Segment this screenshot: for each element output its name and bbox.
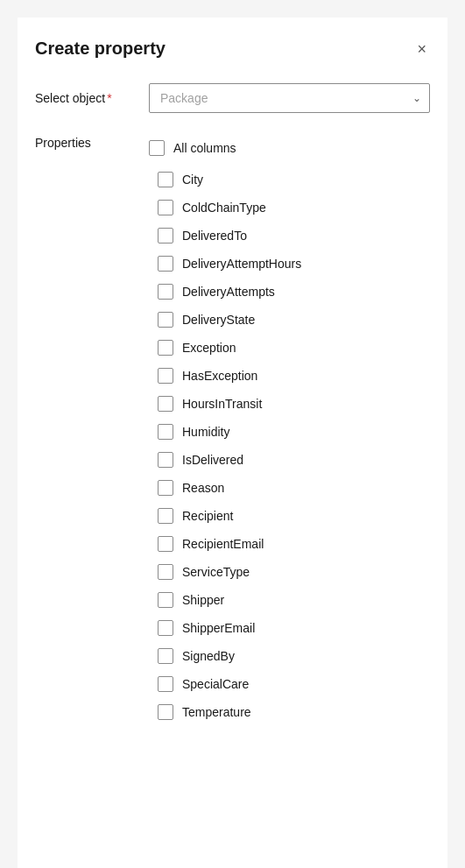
checkbox-row-reason[interactable]: Reason <box>158 474 430 502</box>
checkbox-label-delivery-attempt-hours: DeliveryAttemptHours <box>182 257 301 271</box>
checkbox-has-exception[interactable] <box>158 368 173 384</box>
checkbox-exception[interactable] <box>158 340 173 356</box>
checkbox-row-recipient[interactable]: Recipient <box>158 502 430 530</box>
checkbox-row-delivery-attempt-hours[interactable]: DeliveryAttemptHours <box>158 250 430 278</box>
checkbox-humidity[interactable] <box>158 424 173 440</box>
checkbox-label-shipper: Shipper <box>182 593 224 607</box>
properties-label: Properties <box>35 134 149 150</box>
checkbox-row-is-delivered[interactable]: IsDelivered <box>158 446 430 474</box>
checkbox-row-special-care[interactable]: SpecialCare <box>158 670 430 698</box>
checkbox-recipient[interactable] <box>158 508 173 524</box>
checkbox-reason[interactable] <box>158 480 173 496</box>
checkbox-label-city: City <box>182 173 203 187</box>
all-columns-checkbox[interactable] <box>149 140 165 156</box>
checkbox-special-care[interactable] <box>158 676 173 692</box>
checkbox-row-hours-in-transit[interactable]: HoursInTransit <box>158 390 430 418</box>
checkbox-label-delivered-to: DeliveredTo <box>182 229 247 243</box>
checkbox-delivery-attempt-hours[interactable] <box>158 256 173 272</box>
checkbox-row-temperature[interactable]: Temperature <box>158 698 430 726</box>
checkbox-label-hours-in-transit: HoursInTransit <box>182 397 262 411</box>
close-button[interactable]: × <box>413 39 430 59</box>
checkbox-shipper-email[interactable] <box>158 620 173 636</box>
checkbox-row-service-type[interactable]: ServiceType <box>158 558 430 586</box>
checkbox-row-shipper[interactable]: Shipper <box>158 586 430 614</box>
properties-section: Properties All columns CityColdChainType… <box>35 134 430 726</box>
checkbox-hours-in-transit[interactable] <box>158 396 173 412</box>
checkbox-label-cold-chain-type: ColdChainType <box>182 201 266 215</box>
checkbox-shipper[interactable] <box>158 592 173 608</box>
checkbox-service-type[interactable] <box>158 564 173 580</box>
all-columns-row[interactable]: All columns <box>149 134 430 162</box>
checkbox-label-has-exception: HasException <box>182 369 257 383</box>
checkbox-items-list: CityColdChainTypeDeliveredToDeliveryAtte… <box>149 166 430 726</box>
checkbox-label-is-delivered: IsDelivered <box>182 453 243 467</box>
checkbox-recipient-email[interactable] <box>158 536 173 552</box>
select-object-wrapper: Package ⌄ <box>149 83 430 113</box>
checkbox-row-delivered-to[interactable]: DeliveredTo <box>158 222 430 250</box>
checkbox-signed-by[interactable] <box>158 648 173 664</box>
required-indicator: * <box>107 91 111 105</box>
checkbox-label-recipient: Recipient <box>182 509 233 523</box>
checkbox-row-humidity[interactable]: Humidity <box>158 418 430 446</box>
checkbox-row-delivery-state[interactable]: DeliveryState <box>158 306 430 334</box>
checkbox-row-recipient-email[interactable]: RecipientEmail <box>158 530 430 558</box>
all-columns-label: All columns <box>173 141 236 155</box>
checkbox-row-shipper-email[interactable]: ShipperEmail <box>158 614 430 642</box>
checkbox-label-temperature: Temperature <box>182 705 251 719</box>
checkbox-label-signed-by: SignedBy <box>182 649 235 663</box>
checkbox-delivery-state[interactable] <box>158 312 173 328</box>
checkbox-cold-chain-type[interactable] <box>158 200 173 215</box>
checkbox-label-delivery-attempts: DeliveryAttempts <box>182 285 275 299</box>
checkbox-label-shipper-email: ShipperEmail <box>182 621 255 635</box>
panel-header: Create property × <box>35 39 430 59</box>
select-object-label: Select object* <box>35 91 149 105</box>
checkbox-delivery-attempts[interactable] <box>158 284 173 300</box>
checkbox-label-reason: Reason <box>182 481 224 495</box>
checkbox-label-exception: Exception <box>182 341 236 355</box>
checkbox-row-cold-chain-type[interactable]: ColdChainType <box>158 194 430 222</box>
create-property-panel: Create property × Select object* Package… <box>18 18 447 868</box>
checkbox-row-has-exception[interactable]: HasException <box>158 362 430 390</box>
checkbox-is-delivered[interactable] <box>158 452 173 468</box>
panel-title: Create property <box>35 39 166 59</box>
select-object-input[interactable]: Package <box>149 83 430 113</box>
select-object-row: Select object* Package ⌄ <box>35 83 430 113</box>
checkbox-temperature[interactable] <box>158 704 173 720</box>
checkbox-label-recipient-email: RecipientEmail <box>182 537 264 551</box>
checkbox-label-service-type: ServiceType <box>182 565 250 579</box>
checkbox-city[interactable] <box>158 172 173 187</box>
checkbox-row-signed-by[interactable]: SignedBy <box>158 642 430 670</box>
checkbox-label-humidity: Humidity <box>182 425 229 439</box>
checkbox-label-delivery-state: DeliveryState <box>182 313 255 327</box>
checkbox-label-special-care: SpecialCare <box>182 677 249 691</box>
checkbox-row-city[interactable]: City <box>158 166 430 194</box>
checkbox-delivered-to[interactable] <box>158 228 173 243</box>
properties-list: All columns CityColdChainTypeDeliveredTo… <box>149 134 430 726</box>
checkbox-row-delivery-attempts[interactable]: DeliveryAttempts <box>158 278 430 306</box>
checkbox-row-exception[interactable]: Exception <box>158 334 430 362</box>
